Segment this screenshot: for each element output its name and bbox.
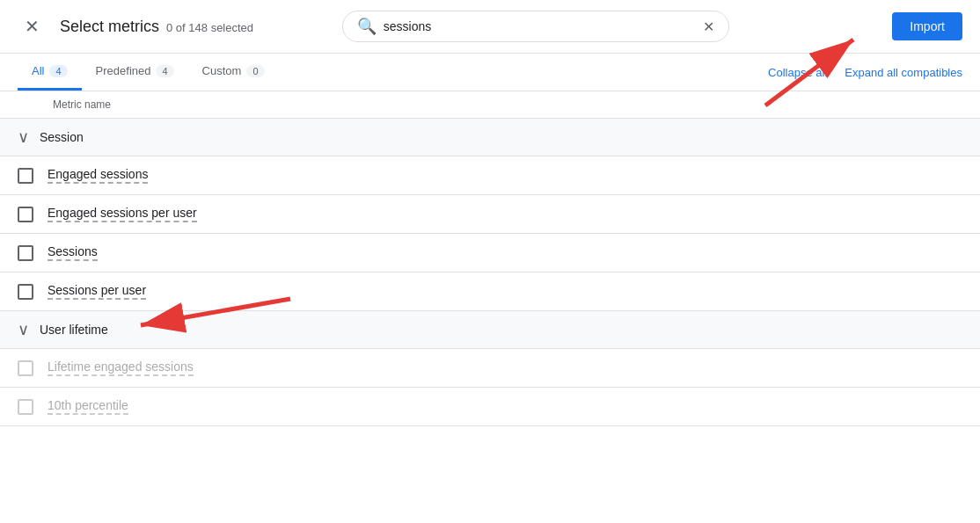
tab-custom-badge: 0 [246, 65, 264, 77]
list-item: 10th percentile [0, 388, 980, 426]
tab-custom-label: Custom [202, 64, 242, 77]
table-header: Metric name [0, 91, 980, 119]
tab-predefined-label: Predefined [96, 64, 151, 77]
tab-predefined[interactable]: Predefined 4 [82, 54, 188, 91]
sessions-per-user-checkbox[interactable] [18, 284, 33, 300]
tab-predefined-badge: 4 [156, 65, 173, 77]
search-icon: 🔍 [357, 17, 377, 36]
lifetime-engaged-sessions-label: Lifetime engaged sessions [48, 360, 194, 376]
import-button[interactable]: Import [892, 12, 962, 40]
lifetime-engaged-sessions-checkbox[interactable] [18, 360, 33, 376]
list-item: Sessions per user [0, 272, 980, 311]
10th-percentile-checkbox[interactable] [18, 399, 33, 415]
search-box: 🔍 ✕ [342, 11, 729, 42]
tab-all[interactable]: All 4 [18, 54, 82, 91]
engaged-sessions-per-user-checkbox[interactable] [18, 207, 33, 222]
close-button[interactable]: ✕ [18, 12, 46, 40]
dialog-header: ✕ Select metrics 0 of 148 selected 🔍 ✕ I… [0, 0, 980, 54]
clear-search-icon[interactable]: ✕ [703, 18, 714, 35]
tabs-bar: All 4 Predefined 4 Custom 0 Collapse all… [0, 54, 980, 91]
expand-all-link[interactable]: Expand all compatibles [845, 66, 962, 79]
selection-count: 0 of 148 selected [166, 21, 253, 34]
tab-all-label: All [32, 64, 44, 77]
section-user-lifetime-title: User lifetime [40, 323, 108, 337]
engaged-sessions-per-user-label: Engaged sessions per user [48, 206, 197, 222]
list-item: Engaged sessions per user [0, 195, 980, 234]
engaged-sessions-label: Engaged sessions [48, 167, 148, 184]
collapse-all-link[interactable]: Collapse all [768, 66, 827, 79]
title-area: Select metrics 0 of 148 selected [60, 18, 253, 36]
section-user-lifetime[interactable]: ∨ User lifetime [0, 311, 980, 349]
tab-custom[interactable]: Custom 0 [188, 54, 279, 91]
list-item: Sessions [0, 234, 980, 272]
10th-percentile-label: 10th percentile [48, 398, 128, 415]
sessions-checkbox[interactable] [18, 245, 33, 261]
engaged-sessions-checkbox[interactable] [18, 168, 33, 184]
tab-actions: Collapse all Expand all compatibles [768, 66, 962, 79]
section-session-chevron: ∨ [18, 127, 29, 147]
section-session-title: Session [40, 130, 84, 144]
section-user-lifetime-chevron: ∨ [18, 320, 29, 339]
sessions-label: Sessions [48, 244, 98, 261]
search-input[interactable] [384, 19, 696, 33]
section-session[interactable]: ∨ Session [0, 119, 980, 156]
dialog-title: Select metrics [60, 18, 159, 36]
tab-all-badge: 4 [49, 65, 67, 77]
tabs: All 4 Predefined 4 Custom 0 [18, 54, 279, 91]
list-item: Engaged sessions [0, 156, 980, 195]
list-item: Lifetime engaged sessions [0, 349, 980, 388]
sessions-per-user-label: Sessions per user [48, 283, 146, 300]
metric-name-column: Metric name [53, 98, 111, 111]
